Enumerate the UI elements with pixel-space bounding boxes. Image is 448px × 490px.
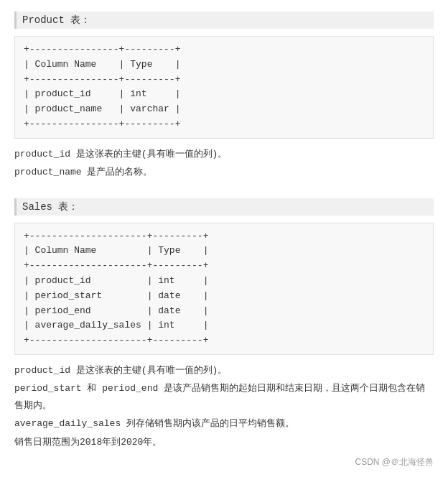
- product-table-ascii: +----------------+---------+ | Column Na…: [14, 36, 434, 139]
- sales-desc-1: product_id 是这张表的主键(具有唯一值的列)。: [14, 362, 434, 379]
- sales-title-text: Sales 表：: [22, 201, 78, 213]
- watermark-text: CSDN @＠北海怪兽: [14, 456, 434, 468]
- product-title-text: Product 表：: [22, 14, 90, 26]
- sales-table-ascii: +---------------------+---------+ | Colu…: [14, 223, 434, 355]
- product-desc-1: product_id 是这张表的主键(具有唯一值的列)。: [14, 146, 434, 162]
- sales-desc-2: period_start 和 period_end 是该产品销售期的起始日期和结…: [14, 380, 434, 414]
- sales-desc-3: average_daily_sales 列存储销售期内该产品的日平均销售额。: [14, 415, 434, 432]
- sales-descriptions: product_id 是这张表的主键(具有唯一值的列)。 period_star…: [14, 362, 434, 450]
- product-descriptions: product_id 是这张表的主键(具有唯一值的列)。 product_nam…: [14, 146, 434, 181]
- product-desc-2: product_name 是产品的名称。: [14, 164, 434, 180]
- sales-section: Sales 表： +---------------------+--------…: [14, 198, 434, 468]
- sales-section-title: Sales 表：: [14, 198, 434, 216]
- product-section-title: Product 表：: [14, 11, 434, 29]
- sales-desc-4: 销售日期范围为2018年到2020年。: [14, 434, 434, 450]
- product-section: Product 表： +----------------+---------+ …: [14, 11, 434, 181]
